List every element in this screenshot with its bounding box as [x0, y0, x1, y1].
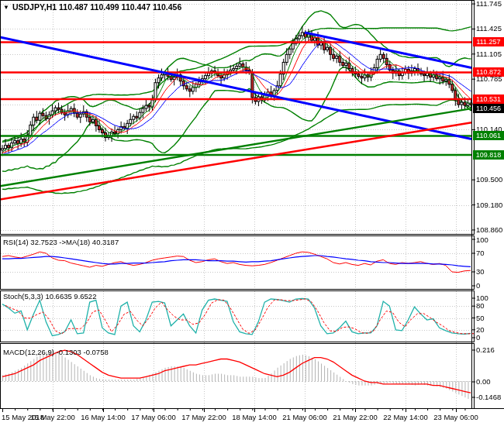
stoch-tick-label: 0	[476, 334, 480, 342]
price-badge: 110.061	[473, 131, 504, 140]
price-tick-label: 111.745	[476, 0, 502, 8]
rsi-tick-label: 70	[476, 249, 485, 257]
time-axis-label: 18 May 14:00	[228, 413, 281, 421]
time-axis-label: 17 May 22:00	[178, 413, 230, 421]
price-badge: 111.257	[473, 37, 504, 46]
price-badge: 110.531	[473, 94, 504, 104]
price-badge: 109.818	[473, 150, 504, 160]
chart-window: ▼USDJPY,H1 110.487 110.499 110.447 110.4…	[0, 0, 504, 426]
price-tick-label: 111.105	[476, 50, 502, 58]
macd-tick-label: 0.216	[476, 346, 495, 354]
macd-tick-label: 0.00	[476, 378, 491, 386]
time-axis-label: 23 May 06:00	[430, 413, 482, 421]
time-axis-label: 17 May 06:00	[127, 413, 180, 421]
price-tick-label: 111.425	[476, 25, 502, 33]
macd-tick-label: -0.1468	[476, 393, 501, 401]
rsi-tick-label: 100	[476, 236, 488, 244]
macd-indicator-label: MACD(12,26,9) -0.1303 -0.0758	[3, 348, 109, 356]
price-scale[interactable]: 111.745111.425111.105110.785110.140109.5…	[471, 0, 504, 408]
time-axis-label: 16 May 14:00	[77, 413, 129, 421]
price-tick-label: 109.500	[476, 176, 502, 184]
time-axis-label: 21 May 06:00	[278, 413, 331, 421]
symbol-dropdown-icon[interactable]: ▼	[3, 4, 9, 11]
rsi-tick-label: 0	[476, 282, 480, 290]
time-axis-label: 15 May 22:00	[26, 413, 79, 421]
stoch-indicator-label: Stoch(5,3,3) 10.6635 9.6522	[3, 292, 96, 301]
rsi-tick-label: 30	[476, 268, 485, 276]
stoch-tick-label: 80	[476, 302, 485, 310]
chart-title: ▼USDJPY,H1 110.487 110.499 110.447 110.4…	[3, 2, 181, 12]
price-tick-label: 109.180	[476, 201, 502, 209]
time-axis[interactable]: 15 May 201815 May 22:0016 May 14:0017 Ma…	[0, 408, 504, 426]
stoch-tick-label: 50	[476, 314, 485, 322]
chart-canvas[interactable]	[0, 0, 504, 426]
rsi-indicator-label: RSI(14) 32.7523 ->MA(18) 40.3187	[3, 238, 119, 246]
time-axis-label: 21 May 22:00	[329, 413, 381, 421]
price-tick-label: 108.860	[476, 226, 502, 234]
symbol-quote-text: USDJPY,H1 110.487 110.499 110.447 110.45…	[12, 2, 181, 12]
price-badge: 110.456	[473, 104, 504, 113]
time-axis-label: 22 May 14:00	[379, 413, 432, 421]
price-badge: 110.872	[473, 67, 504, 77]
